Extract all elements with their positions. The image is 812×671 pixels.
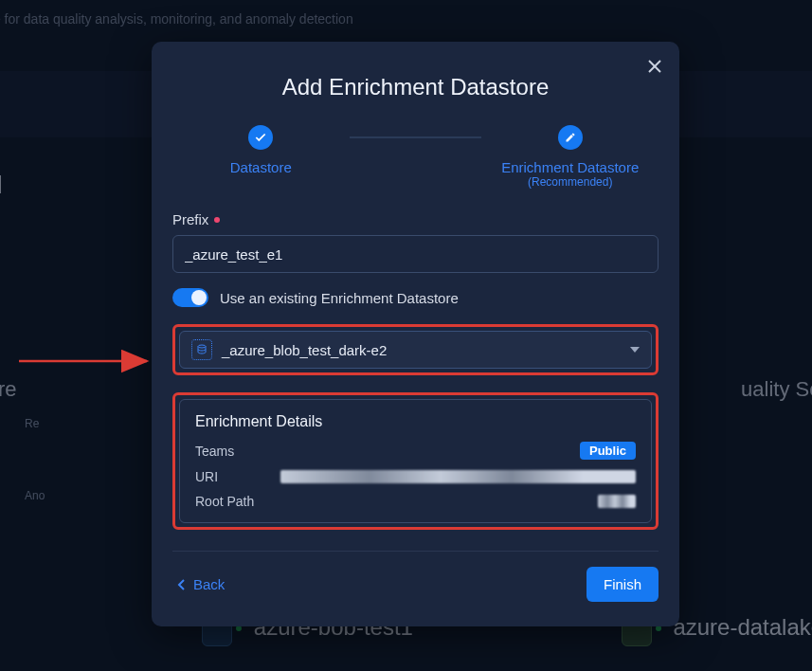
- use-existing-toggle[interactable]: [172, 288, 208, 307]
- enrichment-details-title: Enrichment Details: [195, 413, 636, 430]
- back-label: Back: [193, 576, 225, 592]
- uri-value-redacted: [280, 470, 636, 483]
- stepper-line: [350, 136, 482, 138]
- divider: [172, 551, 659, 552]
- enrichment-details-panel: Enrichment Details Teams Public URI Root…: [179, 399, 652, 523]
- teams-label: Teams: [195, 444, 271, 459]
- stepper: Datastore Enrichment Datastore (Recommen…: [172, 125, 659, 189]
- details-highlight-frame: Enrichment Details Teams Public URI Root…: [172, 392, 659, 530]
- existing-datastore-select[interactable]: _azure_blob_test_dark-e2: [179, 331, 652, 369]
- datastore-icon: [191, 339, 212, 360]
- step-datastore-label: Datastore: [230, 159, 292, 175]
- back-button[interactable]: Back: [172, 571, 228, 598]
- check-icon: [254, 131, 267, 144]
- use-existing-label: Use an existing Enrichment Datastore: [220, 290, 459, 306]
- toggle-knob: [191, 290, 207, 305]
- select-value: _azure_blob_test_dark-e2: [222, 342, 621, 358]
- prefix-label: Prefix: [172, 211, 208, 227]
- pencil-icon: [565, 132, 576, 143]
- required-dot-icon: [214, 217, 220, 223]
- chevron-down-icon: [630, 347, 640, 353]
- select-highlight-frame: _azure_blob_test_dark-e2: [172, 324, 659, 375]
- finish-button[interactable]: Finish: [586, 567, 659, 602]
- step-enrichment[interactable]: Enrichment Datastore (Recommended): [481, 125, 659, 189]
- step-enrichment-circle: [558, 125, 583, 150]
- step-datastore[interactable]: Datastore: [172, 125, 350, 175]
- modal-title: Add Enrichment Datastore: [172, 74, 659, 100]
- public-badge: Public: [580, 442, 636, 460]
- prefix-input[interactable]: [172, 235, 659, 273]
- step-enrichment-sub: (Recommended): [528, 175, 612, 189]
- step-datastore-circle: [248, 125, 273, 150]
- add-enrichment-datastore-modal: Add Enrichment Datastore Datastore Enric…: [152, 42, 679, 626]
- step-enrichment-label: Enrichment Datastore: [501, 159, 639, 175]
- svg-point-6: [198, 345, 206, 348]
- close-button[interactable]: [643, 55, 666, 78]
- root-path-value-redacted: [598, 495, 636, 508]
- chevron-left-icon: [176, 578, 186, 591]
- close-icon: [648, 60, 661, 73]
- uri-label: URI: [195, 469, 271, 484]
- root-path-label: Root Path: [195, 494, 271, 509]
